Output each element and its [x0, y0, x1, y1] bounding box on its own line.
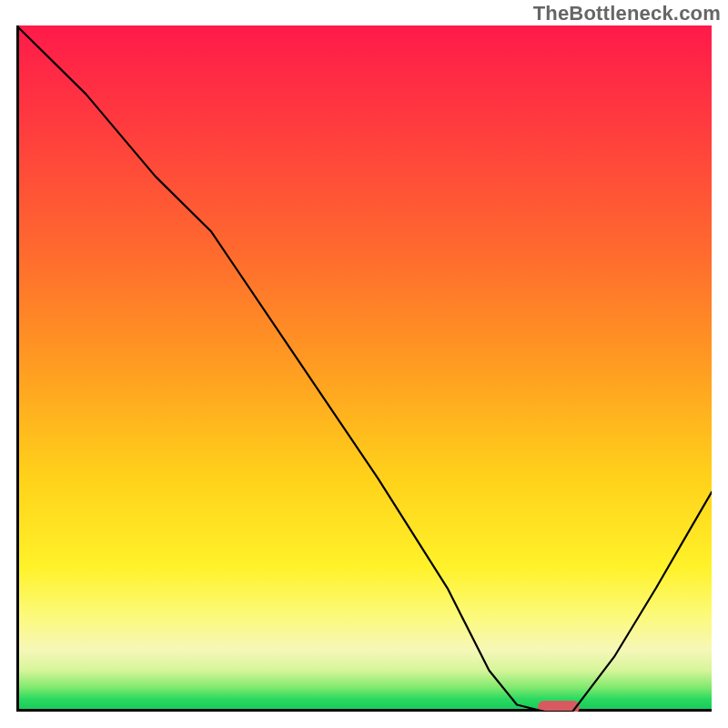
bottleneck-chart: TheBottleneck.com: [0, 0, 728, 728]
watermark-text: TheBottleneck.com: [533, 2, 721, 25]
bottleneck-curve: [16, 25, 712, 712]
plot-area: [16, 25, 712, 712]
